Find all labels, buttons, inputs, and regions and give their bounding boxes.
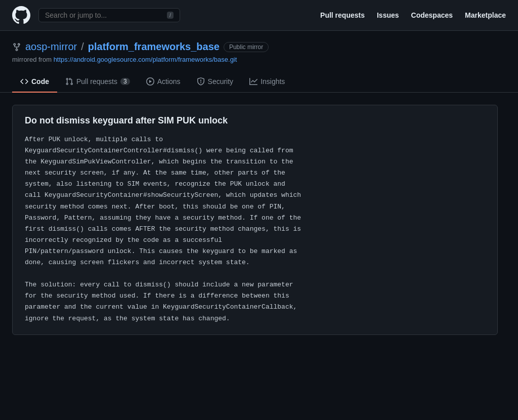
actions-icon: [146, 77, 154, 86]
repo-path: aosp-mirror / platform_frameworks_base P…: [12, 41, 506, 53]
repo-header: aosp-mirror / platform_frameworks_base P…: [0, 31, 518, 63]
repo-badge: Public mirror: [224, 42, 269, 52]
nav-issues[interactable]: Issues: [377, 11, 399, 19]
search-kbd: /: [167, 12, 174, 19]
main-content: Do not dismiss keyguard after SIM PUK un…: [0, 93, 518, 347]
mirror-prefix: mirrored from: [12, 56, 52, 63]
mirror-text: mirrored from https://android.googlesour…: [12, 56, 506, 63]
tab-security[interactable]: Security: [189, 71, 242, 93]
commit-title: Do not dismiss keyguard after SIM PUK un…: [25, 115, 485, 126]
tab-insights-label: Insights: [261, 77, 285, 86]
repo-sep: /: [81, 41, 84, 53]
search-bar[interactable]: /: [38, 8, 180, 22]
nav-links: Pull requests Issues Codespaces Marketpl…: [320, 11, 506, 19]
tab-actions-label: Actions: [157, 77, 181, 86]
nav-marketplace[interactable]: Marketplace: [465, 11, 506, 19]
repo-tabs: Code Pull requests 3 Actions Security: [0, 71, 518, 93]
github-logo[interactable]: [12, 6, 30, 24]
tab-code-label: Code: [31, 77, 49, 86]
commit-body: After PUK unlock, multiple calls to Keyg…: [25, 134, 485, 324]
tab-actions[interactable]: Actions: [138, 71, 189, 93]
nav-pull-requests[interactable]: Pull requests: [320, 11, 365, 19]
security-icon: [197, 77, 205, 86]
tab-pull-requests[interactable]: Pull requests 3: [57, 71, 138, 93]
tab-code[interactable]: Code: [12, 71, 57, 93]
nav-codespaces[interactable]: Codespaces: [411, 11, 453, 19]
search-input[interactable]: [45, 11, 163, 19]
insights-icon: [249, 77, 257, 86]
commit-box: Do not dismiss keyguard after SIM PUK un…: [12, 105, 498, 335]
tab-insights[interactable]: Insights: [241, 71, 293, 93]
code-icon: [20, 77, 28, 86]
repo-name[interactable]: platform_frameworks_base: [88, 41, 220, 53]
tab-pull-requests-label: Pull requests: [76, 77, 117, 86]
pull-request-icon: [65, 77, 73, 86]
mirror-url[interactable]: https://android.googlesource.com/platfor…: [54, 56, 237, 63]
repo-owner[interactable]: aosp-mirror: [25, 41, 77, 53]
fork-icon: [12, 43, 21, 52]
tab-security-label: Security: [208, 77, 234, 86]
top-nav: / Pull requests Issues Codespaces Market…: [0, 0, 518, 31]
tab-pull-requests-badge: 3: [120, 78, 130, 85]
